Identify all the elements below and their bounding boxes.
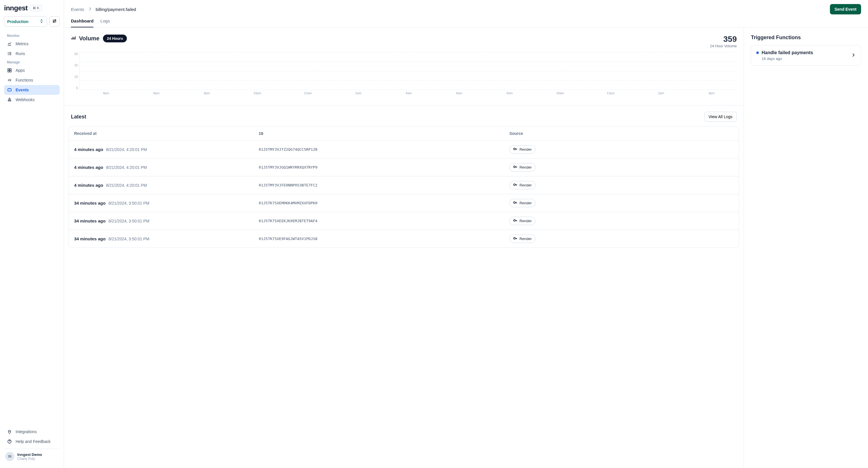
tab-dashboard[interactable]: Dashboard: [71, 19, 93, 27]
sidebar-item-events[interactable]: Events: [4, 85, 60, 95]
source-label: Render: [519, 165, 532, 169]
sidebar-item-label: Integrations: [16, 429, 37, 434]
table-row[interactable]: 34 minutes ago 8/21/2024, 3:50:01 PM01J5…: [69, 230, 739, 247]
source-pill[interactable]: Render: [509, 199, 535, 207]
source-label: Render: [519, 183, 532, 187]
user-menu[interactable]: IN Inngest Demo Charly Poly: [4, 449, 60, 464]
y-tick: 5: [76, 86, 78, 90]
y-axis: 2015105: [71, 52, 80, 90]
y-tick: 10: [74, 75, 78, 78]
source-pill[interactable]: Render: [509, 235, 535, 243]
svg-point-8: [10, 100, 11, 101]
source-pill[interactable]: Render: [509, 163, 535, 171]
volume-total-label: 24 Hour Volume: [710, 44, 737, 48]
table-row[interactable]: 34 minutes ago 8/21/2024, 3:50:01 PM01J5…: [69, 194, 739, 212]
source-label: Render: [519, 237, 532, 241]
sidebar-item-metrics[interactable]: Metrics: [4, 39, 60, 49]
latest-title: Latest: [71, 114, 86, 120]
bar-chart-icon: [71, 36, 75, 41]
table-row[interactable]: 4 minutes ago 8/21/2024, 4:20:01 PM01J5T…: [69, 141, 739, 159]
x-tick: 12pm: [585, 91, 636, 95]
svg-point-1: [53, 22, 54, 23]
event-id: 01J5TK75XEEKJK0EMJBTET9AF4: [259, 219, 509, 223]
table-row[interactable]: 4 minutes ago 8/21/2024, 4:20:01 PM01J5T…: [69, 176, 739, 194]
webhook-icon: [7, 97, 12, 102]
source-pill[interactable]: Render: [509, 217, 535, 225]
sidebar-item-label: Runs: [16, 51, 25, 56]
sidebar-item-runs[interactable]: Runs: [4, 49, 60, 59]
plug-icon: [7, 429, 12, 434]
y-tick: 20: [74, 52, 78, 56]
svg-point-15: [514, 220, 515, 221]
source-pill[interactable]: Render: [509, 181, 535, 189]
x-tick: 2pm: [636, 91, 686, 95]
svg-point-11: [514, 148, 515, 150]
received-ago: 4 minutes ago: [74, 147, 103, 152]
x-tick: 4am: [383, 91, 434, 95]
command-k-button[interactable]: ⌘ K: [30, 5, 42, 11]
help-icon: [7, 439, 12, 444]
function-timestamp: 16 days ago: [762, 57, 813, 61]
x-tick: 8am: [485, 91, 535, 95]
key-icon: [513, 236, 518, 241]
triggered-function-card[interactable]: Handle failed payments16 days ago: [751, 45, 861, 66]
received-timestamp: 8/21/2024, 4:20:01 PM: [106, 183, 147, 188]
tab-logs[interactable]: Logs: [100, 19, 110, 27]
function-name: Handle failed payments: [762, 50, 813, 55]
latest-section: Latest View All Logs Received at ID Sour…: [64, 105, 744, 254]
key-icon: [513, 165, 518, 170]
key-icon: [513, 147, 518, 152]
breadcrumb-events[interactable]: Events: [71, 7, 84, 12]
source-pill[interactable]: Render: [509, 145, 535, 154]
view-all-logs-button[interactable]: View All Logs: [704, 112, 737, 122]
user-name: Inngest Demo: [17, 453, 42, 457]
sidebar-item-label: Apps: [16, 68, 25, 73]
table-row[interactable]: 4 minutes ago 8/21/2024, 4:20:01 PM01J5T…: [69, 159, 739, 176]
key-icon: [513, 200, 518, 206]
key-icon: [513, 182, 518, 188]
events-table: Received at ID Source 4 minutes ago 8/21…: [69, 126, 739, 248]
time-range-badge[interactable]: 24 Hours: [103, 35, 127, 42]
send-event-button[interactable]: Send Event: [830, 4, 861, 14]
sidebar-item-apps[interactable]: Apps: [4, 65, 60, 75]
svg-point-12: [514, 166, 515, 168]
source-label: Render: [519, 147, 532, 152]
received-timestamp: 8/21/2024, 4:20:01 PM: [106, 147, 147, 152]
sidebar-item-help[interactable]: Help and Feedback: [4, 437, 60, 446]
x-tick: 8pm: [182, 91, 232, 95]
svg-point-14: [514, 202, 515, 203]
x-tick: 6pm: [131, 91, 182, 95]
sidebar-item-label: Events: [16, 88, 29, 92]
received-ago: 34 minutes ago: [74, 219, 105, 223]
sidebar-item-integrations[interactable]: Integrations: [4, 427, 60, 437]
received-ago: 4 minutes ago: [74, 183, 103, 188]
x-tick: 4pm: [81, 91, 131, 95]
y-tick: 15: [74, 63, 78, 67]
user-subname: Charly Poly: [17, 457, 42, 461]
table-row[interactable]: 34 minutes ago 8/21/2024, 3:50:01 PM01J5…: [69, 212, 739, 230]
environment-select[interactable]: Production: [4, 16, 47, 27]
sidebar: inngest ⌘ K Production Monitor Metrics R…: [0, 0, 64, 468]
environment-name: Production: [7, 19, 29, 24]
list-icon: [7, 51, 12, 56]
source-label: Render: [519, 219, 532, 223]
sidebar-item-webhooks[interactable]: Webhooks: [4, 95, 60, 105]
logo: inngest: [4, 4, 28, 12]
chevron-up-down-icon: [39, 19, 44, 24]
svg-rect-6: [8, 89, 11, 91]
col-header-received: Received at: [74, 131, 259, 136]
svg-rect-3: [10, 69, 11, 70]
chevron-right-icon: [851, 53, 856, 58]
svg-point-7: [8, 100, 9, 101]
received-ago: 34 minutes ago: [74, 236, 105, 241]
x-tick: 12am: [283, 91, 333, 95]
environment-settings-button[interactable]: [49, 16, 60, 27]
event-id: 01J5TMY3VJGQ1WRYRRXQXTRYP9: [259, 165, 509, 169]
received-ago: 34 minutes ago: [74, 201, 105, 205]
volume-chart: 2015105 4pm6pm8pm10pm12am2am4am6am8am10a…: [71, 52, 737, 98]
sliders-icon: [52, 19, 57, 24]
x-axis: 4pm6pm8pm10pm12am2am4am6am8am10am12pm2pm…: [80, 91, 737, 95]
svg-rect-2: [8, 69, 9, 70]
sidebar-item-label: Webhooks: [16, 97, 35, 102]
sidebar-item-functions[interactable]: Functions: [4, 75, 60, 85]
